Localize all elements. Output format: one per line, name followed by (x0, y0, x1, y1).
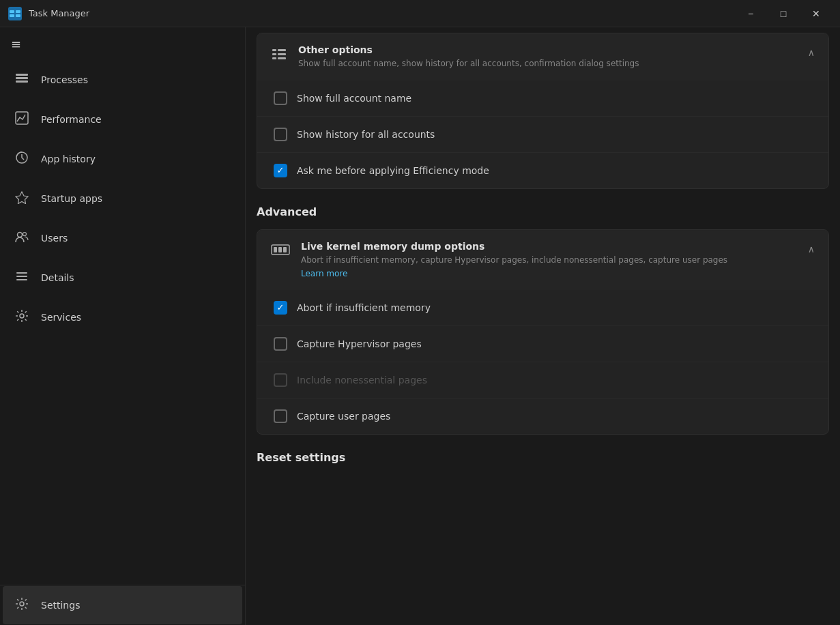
sidebar-item-details[interactable]: Details (3, 259, 242, 297)
performance-label: Performance (41, 114, 102, 125)
details-icon (14, 270, 30, 286)
sidebar-item-startup[interactable]: Startup apps (3, 179, 242, 218)
svg-rect-19 (278, 49, 286, 51)
other-options-chevron: ∧ (808, 47, 815, 58)
live-kernel-desc: Abort if insufficient memory, capture Hy… (301, 255, 727, 266)
close-button[interactable]: ✕ (800, 3, 832, 25)
processes-icon (14, 72, 30, 88)
live-kernel-card: Live kernel memory dump options Abort if… (257, 229, 829, 435)
svg-rect-18 (272, 49, 276, 51)
sidebar: ≡ Processes Performance (0, 27, 246, 625)
svg-rect-14 (16, 276, 27, 277)
svg-rect-3 (10, 14, 14, 17)
sidebar-item-performance[interactable]: Performance (3, 100, 242, 139)
svg-marker-10 (16, 192, 28, 204)
svg-rect-7 (16, 81, 28, 83)
option-show-history-all: Show history for all accounts (257, 117, 828, 153)
app-icon (8, 7, 22, 20)
show-full-account-label: Show full account name (297, 93, 411, 104)
sidebar-menu-button[interactable]: ≡ (0, 27, 245, 60)
title-bar: Task Manager − □ ✕ (0, 0, 840, 27)
sidebar-item-services[interactable]: Services (3, 298, 242, 336)
live-kernel-text: Live kernel memory dump options Abort if… (301, 241, 727, 279)
include-nonessential-label: Include nonessential pages (297, 375, 427, 386)
content-area: Other options Show full account name, sh… (246, 27, 840, 625)
option-ask-efficiency: Ask me before applying Efficiency mode (257, 153, 828, 188)
other-options-desc: Show full account name, show history for… (298, 58, 639, 70)
live-kernel-icon (271, 242, 290, 261)
svg-point-16 (20, 314, 24, 318)
other-options-icon (271, 46, 287, 66)
other-options-header[interactable]: Other options Show full account name, sh… (257, 33, 828, 81)
other-options-title: Other options (298, 44, 639, 55)
option-capture-user-pages: Capture user pages (257, 398, 828, 434)
svg-rect-1 (10, 10, 14, 13)
svg-rect-21 (278, 53, 286, 55)
svg-rect-4 (16, 14, 20, 17)
sidebar-item-processes[interactable]: Processes (3, 61, 242, 99)
svg-point-11 (18, 233, 23, 237)
sidebar-spacer (0, 337, 245, 585)
option-show-full-account: Show full account name (257, 81, 828, 117)
sidebar-bottom: Settings (0, 585, 245, 625)
hamburger-icon: ≡ (11, 37, 21, 51)
apphistory-label: App history (41, 154, 96, 164)
live-kernel-title: Live kernel memory dump options (301, 241, 727, 252)
capture-user-pages-checkbox[interactable] (274, 409, 287, 423)
users-label: Users (41, 233, 68, 244)
processes-label: Processes (41, 74, 88, 85)
capture-hypervisor-label: Capture Hypervisor pages (297, 338, 422, 349)
other-options-card: Other options Show full account name, sh… (257, 33, 829, 189)
capture-hypervisor-checkbox[interactable] (274, 337, 287, 351)
ask-efficiency-checkbox[interactable] (274, 164, 287, 177)
show-full-account-checkbox[interactable] (274, 91, 287, 105)
svg-rect-25 (274, 247, 277, 252)
sidebar-item-settings[interactable]: Settings (3, 586, 242, 624)
services-icon (14, 309, 30, 325)
svg-point-12 (23, 233, 27, 236)
apphistory-icon (14, 151, 30, 167)
option-abort-insufficient: Abort if insufficient memory (257, 290, 828, 326)
window-controls: − □ ✕ (735, 3, 832, 25)
performance-icon (14, 111, 30, 128)
svg-rect-23 (278, 57, 286, 59)
settings-icon (14, 597, 30, 613)
main-layout: ≡ Processes Performance (0, 27, 840, 625)
svg-rect-15 (16, 279, 27, 280)
svg-point-17 (20, 602, 24, 606)
abort-insufficient-checkbox[interactable] (274, 301, 287, 315)
svg-rect-13 (16, 272, 27, 274)
live-kernel-chevron: ∧ (808, 244, 815, 255)
startup-icon (14, 190, 30, 207)
ask-efficiency-label: Ask me before applying Efficiency mode (297, 165, 489, 176)
svg-rect-27 (283, 247, 287, 252)
sidebar-item-apphistory[interactable]: App history (3, 140, 242, 178)
sidebar-item-users[interactable]: Users (3, 219, 242, 257)
title-bar-left: Task Manager (8, 7, 89, 20)
abort-insufficient-label: Abort if insufficient memory (297, 302, 431, 313)
services-label: Services (41, 312, 81, 323)
show-history-all-checkbox[interactable] (274, 128, 287, 141)
show-history-all-label: Show history for all accounts (297, 129, 435, 140)
include-nonessential-checkbox (274, 373, 287, 387)
app-title: Task Manager (29, 8, 89, 18)
reset-section: Reset settings (246, 440, 840, 469)
svg-rect-6 (16, 77, 28, 79)
users-icon (14, 230, 30, 246)
advanced-title: Advanced (246, 194, 840, 224)
details-label: Details (41, 272, 74, 283)
learn-more-link[interactable]: Learn more (301, 269, 347, 278)
startup-label: Startup apps (41, 193, 102, 204)
svg-rect-2 (16, 10, 20, 13)
svg-rect-0 (8, 7, 22, 20)
reset-title: Reset settings (257, 451, 829, 464)
svg-rect-5 (16, 74, 28, 76)
svg-rect-26 (278, 247, 282, 252)
minimize-button[interactable]: − (735, 3, 766, 25)
settings-label: Settings (41, 600, 80, 611)
svg-rect-22 (272, 57, 276, 59)
option-include-nonessential: Include nonessential pages (257, 362, 828, 398)
maximize-button[interactable]: □ (768, 3, 799, 25)
other-options-text: Other options Show full account name, sh… (298, 44, 639, 70)
live-kernel-header[interactable]: Live kernel memory dump options Abort if… (257, 230, 828, 290)
